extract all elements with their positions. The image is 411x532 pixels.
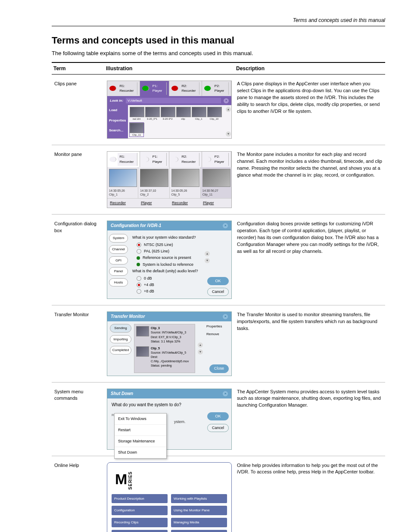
term-monitor-pane: Monitor pane <box>52 145 104 214</box>
close-button[interactable]: Close <box>209 364 229 373</box>
monitor-cell[interactable]: 14:30:05;26Clip_1 <box>107 167 138 198</box>
cfg-tab-system[interactable]: System <box>109 234 128 243</box>
clip-thumb[interactable]: red dirt <box>130 107 143 121</box>
monitor-mode-link[interactable]: Player <box>138 198 169 208</box>
cancel-button[interactable]: Cancel <box>207 288 229 296</box>
tab-p1[interactable]: P1: Player <box>140 81 169 96</box>
scroll-up-icon[interactable]: ▴ <box>198 342 203 348</box>
term-system-menu: System menu commands <box>52 382 104 456</box>
col-illus: Illustration <box>104 62 234 75</box>
cfg-tab-hosts[interactable]: Hosts <box>109 278 128 287</box>
clip-thumb[interactable]: 3-20-3*2 <box>161 107 174 121</box>
desc-online-help: Online help provides information to help… <box>234 456 385 532</box>
desc-config-dialog: Configuration dialog boxes provide setti… <box>234 214 385 305</box>
desc-transfer-monitor: The Transfer Monitor is used to monitor … <box>234 305 385 382</box>
load-button[interactable]: Load <box>107 105 128 115</box>
scroll-up-icon[interactable]: ▴ <box>205 251 210 256</box>
shutdown-question: What do you want the system to do? <box>107 398 231 412</box>
close-icon[interactable]: × <box>223 391 228 396</box>
shutdown-menu: Exit To Windows Restart Storage Maintena… <box>114 413 167 459</box>
help-link[interactable]: Managing Media <box>171 518 227 527</box>
cfg-tab-panel[interactable]: Panel <box>109 267 128 276</box>
search-button[interactable]: Search... <box>107 125 128 136</box>
running-header: Terms and concepts used in this manual <box>52 17 385 23</box>
term-clips-pane: Clips pane <box>52 74 104 145</box>
lookin-label: Look in: <box>110 98 123 103</box>
terms-table: Term Illustration Description Clips pane… <box>52 62 385 532</box>
monitor-mode-link[interactable]: Recorder <box>169 198 200 208</box>
desc-system-menu: The AppCenter System menu provides acces… <box>234 382 385 456</box>
monitor-cell[interactable]: 14:30:37;10Clip_2 <box>138 167 169 198</box>
help-link[interactable]: Recording Clips <box>112 518 168 527</box>
tm-tab-sending[interactable]: Sending <box>110 324 131 333</box>
tm-tab-importing[interactable]: Importing <box>110 335 131 344</box>
monitor-pane-illustration: R1: Recorder P1: Player R2: Recorder P2:… <box>107 151 232 208</box>
question-video-std: What is your system video standard? <box>132 235 228 240</box>
scroll-down-icon[interactable]: ▾ <box>205 258 210 263</box>
clip-thumb[interactable]: Clip_10 <box>207 107 221 121</box>
dialog-title: Transfer Monitor <box>111 314 145 320</box>
help-link[interactable]: Product Description <box>112 494 168 504</box>
menu-item-storage-maint[interactable]: Storage Maintenance <box>115 436 166 447</box>
radio-ntsc[interactable]: NTSC (525 Line) <box>137 242 228 248</box>
monitor-mode-link[interactable]: Recorder <box>107 198 138 208</box>
term-config-dialog: Configuration dialog box <box>52 214 104 305</box>
cfg-tab-channel[interactable]: Channel <box>109 245 128 254</box>
m-series-logo: M SERIES <box>115 469 227 490</box>
ok-button[interactable]: OK <box>207 412 229 420</box>
lookin-input[interactable] <box>126 98 221 103</box>
tab-r2[interactable]: R2: Recorder <box>169 152 202 167</box>
help-link[interactable]: Working with Playlists <box>171 494 227 504</box>
remove-link[interactable]: Remove <box>206 332 229 337</box>
close-icon[interactable]: × <box>223 223 228 228</box>
clip-thumb[interactable]: Clip_11 <box>130 123 143 137</box>
col-term: Term <box>52 62 104 75</box>
monitor-mode-link[interactable]: Player <box>200 198 231 208</box>
properties-button[interactable]: Properties <box>107 115 128 126</box>
help-link[interactable]: Using the Monitor Pane <box>171 506 227 515</box>
col-desc: Description <box>234 62 385 75</box>
tab-r1[interactable]: R1: Recorder <box>107 152 140 167</box>
transfer-item[interactable]: Clip_3 Source: INT/default/Clip_3 Dest: … <box>136 326 193 344</box>
clips-pane-illustration: R1: Recorder P1: Player R2: Recorder P2:… <box>107 81 232 139</box>
menu-item-exit-windows[interactable]: Exit To Windows <box>115 414 166 425</box>
help-illustration: M SERIES Product Description Working wit… <box>107 462 232 532</box>
desc-clips-pane: A Clips pane displays in the AppCenter u… <box>234 74 385 145</box>
dialog-title: Shut Down <box>111 391 133 397</box>
section-intro: The following table explains some of the… <box>52 50 385 58</box>
clip-thumb[interactable]: clip <box>176 107 190 121</box>
properties-link[interactable]: Properties <box>206 324 229 329</box>
menu-item-shutdown[interactable]: Shut Down <box>115 447 166 458</box>
status-locked-ref: System is locked to reference <box>137 262 228 268</box>
scroll-down-icon[interactable]: ▾ <box>226 131 231 137</box>
status-ref-present: Reference source is present <box>137 255 228 261</box>
tab-r1[interactable]: R1: Recorder <box>107 81 140 96</box>
cancel-button[interactable]: Cancel <box>207 424 229 432</box>
tab-r2[interactable]: R2: Recorder <box>169 81 202 96</box>
tm-tab-completed[interactable]: Completed <box>110 346 131 355</box>
tab-p1[interactable]: P1: Player <box>140 152 169 167</box>
help-link[interactable]: Remote Control Protocols <box>171 530 227 532</box>
help-link[interactable]: Configuration <box>112 506 168 515</box>
scroll-up-icon[interactable]: ▴ <box>226 107 231 112</box>
transfer-item[interactable]: Clip_5 Source: INT/default/Clip_5 Dest: … <box>136 346 193 368</box>
config-dialog-illustration: Configuration for iVDR-1× System Channel… <box>107 221 232 299</box>
desc-monitor-pane: The Monitor pane includes a monitor for … <box>234 145 385 214</box>
monitor-cell[interactable]: 14:30:05;26Clip_5 <box>170 167 201 198</box>
clip-thumb[interactable]: Clip_1 <box>192 107 206 121</box>
section-title: Terms and concepts used in this manual <box>52 35 385 46</box>
radio-pal[interactable]: PAL (625 Line) <box>137 249 228 254</box>
scroll-down-icon[interactable]: ▾ <box>198 349 203 355</box>
ok-button[interactable]: OK <box>207 277 229 285</box>
close-icon[interactable]: × <box>223 314 228 319</box>
tab-p2[interactable]: P2: Player <box>202 81 231 96</box>
monitor-cell[interactable]: 14:30:56;27Clip_11 <box>201 167 231 198</box>
thumbnail-icon <box>136 326 149 336</box>
tab-p2[interactable]: P2: Player <box>202 152 231 167</box>
clip-thumb[interactable]: 3-20_0*1 <box>145 107 159 121</box>
cfg-tab-gpi[interactable]: GPI <box>109 256 128 265</box>
transfer-monitor-illustration: Transfer Monitor× Sending Importing Comp… <box>107 311 232 376</box>
close-icon[interactable]: × <box>224 98 229 103</box>
help-link[interactable]: Playing and Editing <box>112 530 168 532</box>
menu-item-restart[interactable]: Restart <box>115 425 166 436</box>
